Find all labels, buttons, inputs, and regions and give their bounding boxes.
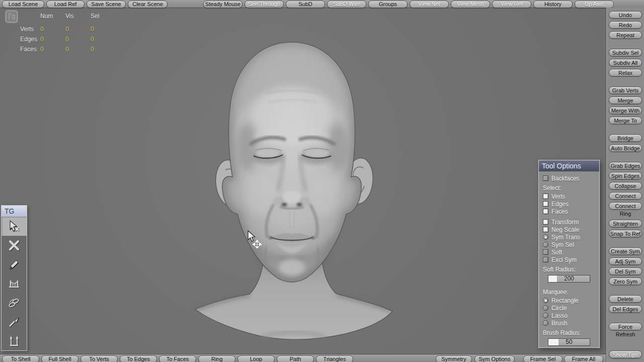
button-full-shell[interactable]: Full Shell: [41, 355, 78, 362]
checkbox-edges[interactable]: Edges: [543, 200, 599, 208]
right-action-panel: UndoRedoRepeatSubdiv SelSubdiv AllRelaxG…: [606, 8, 644, 362]
button-save-scene[interactable]: Save Scene: [87, 1, 126, 8]
radio-sym-sel[interactable]: Sym Sel: [543, 241, 599, 248]
button-load-scene[interactable]: Load Scene: [2, 1, 44, 8]
sculpt-head-model[interactable]: [191, 29, 403, 341]
button-connect-ring[interactable]: Connect Ring: [609, 202, 642, 210]
button-del-sym[interactable]: Del Sym: [609, 267, 642, 275]
button-zero-sym[interactable]: Zero Sym: [609, 278, 642, 285]
button-collapse[interactable]: Collapse: [609, 182, 642, 190]
viewport-3d[interactable]: Num Vis Sel Verts000Edges000Faces000 TG: [0, 8, 606, 354]
button-to-edges[interactable]: To Edges: [120, 355, 157, 362]
button-auto-bridge[interactable]: Auto Bridge: [609, 144, 642, 152]
button-merge[interactable]: Merge: [609, 97, 642, 104]
button-groups[interactable]: Groups: [368, 1, 408, 8]
button-subdiv-all[interactable]: Subdiv All: [609, 59, 642, 66]
option-label: Excl Sym: [551, 256, 577, 263]
tool-bridge[interactable]: [2, 274, 27, 293]
button-undo[interactable]: Undo: [609, 11, 642, 19]
button-relax[interactable]: Relax: [609, 69, 642, 76]
stats-col-num: Num: [40, 11, 65, 21]
button-repeat[interactable]: Repeat: [609, 31, 642, 39]
tool-options-title[interactable]: Tool Options: [539, 160, 599, 171]
tool-pencil[interactable]: [2, 255, 27, 274]
bottom-toolbar: To ShellFull ShellTo VertsTo EdgesTo Fac…: [0, 354, 644, 362]
button-see-through[interactable]: See Through: [245, 1, 284, 8]
button-to-verts[interactable]: To Verts: [80, 355, 118, 362]
button-loop[interactable]: Loop: [237, 355, 275, 362]
button-load-ref[interactable]: Load Ref: [46, 1, 85, 8]
radio-lasso[interactable]: Lasso: [543, 312, 599, 319]
button-symmetry[interactable]: Symmetry: [436, 355, 472, 362]
button-steady-mouse[interactable]: Steady Mouse: [203, 1, 243, 8]
checkbox-backfaces[interactable]: Backfaces: [543, 174, 599, 182]
option-label: Circle: [551, 305, 567, 312]
button-create-sym[interactable]: Create Sym: [609, 247, 642, 255]
checkbox-verts[interactable]: Verts: [543, 193, 599, 200]
button-spin-edges[interactable]: Spin Edges: [609, 172, 642, 179]
button-clear-scene[interactable]: Clear Scene: [128, 1, 168, 8]
soft-radius-slider[interactable]: 200: [548, 275, 590, 283]
option-label: Faces: [551, 208, 568, 215]
button-to-faces[interactable]: To Faces: [159, 355, 196, 362]
button-snap-to-ref[interactable]: Snap To Ref: [609, 230, 642, 237]
radio-circle[interactable]: Circle: [543, 304, 599, 312]
button-view-mesh[interactable]: View Mesh: [451, 1, 490, 8]
button-straighten[interactable]: Straighten: [609, 220, 642, 227]
button-ring[interactable]: Ring: [198, 355, 235, 362]
tool-select-arrow[interactable]: [2, 217, 27, 236]
button-path[interactable]: Path: [277, 355, 314, 362]
button-triangles[interactable]: Triangles: [316, 355, 353, 362]
button-grab-edges[interactable]: Grab Edges: [609, 162, 642, 169]
radio-brush[interactable]: Brush: [543, 319, 599, 327]
button-view-net[interactable]: View Net: [410, 1, 449, 8]
tool-extrude[interactable]: [2, 331, 27, 350]
button-subdiv-sel[interactable]: Subdiv Sel: [609, 49, 642, 56]
button-force-refresh[interactable]: Force Refresh: [609, 323, 642, 330]
label-brush-radius: Brush Radius:: [543, 328, 599, 337]
button-history[interactable]: History: [533, 1, 573, 8]
button-frame-sel[interactable]: Frame Sel: [523, 355, 562, 362]
button-connect[interactable]: Connect: [609, 192, 642, 200]
button-bridge[interactable]: Bridge: [609, 134, 642, 142]
button-subd[interactable]: SubD: [286, 1, 325, 8]
button-grab-verts[interactable]: Grab Verts: [609, 86, 642, 94]
option-label: Backfaces: [551, 175, 579, 182]
button-del-edges[interactable]: Del Edges: [609, 305, 642, 313]
tubes-icon: [8, 296, 21, 309]
radio-sym-trans[interactable]: Sym Trans: [543, 233, 599, 241]
checkbox-soft[interactable]: Soft: [543, 248, 599, 256]
tool-cross[interactable]: [2, 236, 27, 255]
button-show-tips[interactable]: Show Tips: [609, 350, 642, 358]
checkbox-icon: [543, 227, 548, 232]
tool-tubes[interactable]: [2, 293, 27, 312]
button-adj-sym[interactable]: Adj Sym: [609, 257, 642, 265]
button-merge-with[interactable]: Merge With: [609, 107, 642, 114]
checkbox-icon: [543, 194, 548, 199]
button-delete[interactable]: Delete: [609, 295, 642, 303]
button-view-ref[interactable]: View Ref: [492, 1, 531, 8]
radio-rectangle[interactable]: Rectangle: [543, 297, 599, 304]
option-label: Sym Trans: [551, 234, 580, 241]
radio-icon: [543, 234, 548, 240]
button-group: Create SymAdj SymDel SymZero Sym: [606, 247, 644, 285]
button-sym-options[interactable]: Sym Options: [474, 355, 515, 362]
tool-brush[interactable]: [2, 312, 27, 331]
checkbox-neg-scale[interactable]: Neg Scale: [543, 226, 599, 233]
radio-icon: [543, 313, 548, 318]
button-to-shell[interactable]: To Shell: [2, 355, 39, 362]
radio-icon: [543, 320, 548, 326]
button-group: Grab EdgesSpin EdgesCollapseConnectConne…: [606, 162, 644, 210]
tool-palette-title[interactable]: TG: [2, 206, 27, 217]
button-merge-to[interactable]: Merge To: [609, 117, 642, 124]
top-toolbar: Load SceneLoad RefSave SceneClear Scene …: [0, 0, 644, 8]
button-frame-all[interactable]: Frame All: [564, 355, 603, 362]
button-up-axis[interactable]: Up Axis: [575, 1, 614, 8]
checkbox-transform[interactable]: Transform: [543, 218, 599, 226]
button-redo[interactable]: Redo: [609, 21, 642, 29]
checkbox-excl-sym[interactable]: Excl Sym: [543, 256, 599, 263]
checkbox-faces[interactable]: Faces: [543, 208, 599, 215]
brush-radius-slider[interactable]: 50: [548, 338, 590, 346]
button-subd-wire[interactable]: SubD Wire: [327, 1, 366, 8]
stats-value: 0: [65, 44, 91, 54]
